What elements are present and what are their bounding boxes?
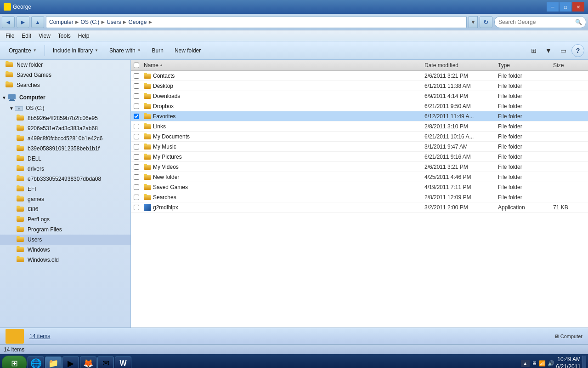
header-name[interactable]: Name ▲ [142,60,423,71]
sidebar-item-folder-0[interactable]: 8b5926e4f2859b7b2fc06e95 [0,113,130,123]
row-checkbox[interactable] [134,205,139,210]
row-checkbox[interactable] [134,134,139,139]
table-row[interactable]: My Music 3/1/2011 9:47 AM File folder [131,142,588,152]
row-checkbox[interactable] [134,83,139,89]
row-checkbox[interactable] [134,104,139,109]
path-george[interactable]: George [128,19,147,25]
table-row[interactable]: Saved Games 4/19/2011 7:11 PM File folde… [131,182,588,192]
sidebar-item-perflogs[interactable]: PerfLogs [0,214,130,224]
path-computer[interactable]: Computer [49,19,74,25]
folder-icon [144,123,151,129]
taskbar-mail[interactable]: ✉ [97,356,114,368]
preview-pane-button[interactable]: ▭ [557,44,570,57]
sidebar-item-games[interactable]: games [0,194,130,204]
view-details-button[interactable]: ⊞ [527,44,540,57]
sidebar-item-newfolder[interactable]: New folder [0,60,130,70]
row-checkbox-col [131,93,142,99]
refresh-button[interactable]: ↻ [480,16,492,28]
address-dropdown[interactable]: ▼ [469,16,478,28]
header-checkbox-col [131,63,142,68]
burn-button[interactable]: Burn [147,43,169,58]
organize-button[interactable]: Organize ▼ [4,43,42,58]
taskbar-firefox[interactable]: 🦊 [80,356,96,368]
maximize-button[interactable]: □ [560,2,571,12]
search-input[interactable] [498,19,573,25]
menu-help[interactable]: Help [74,32,93,40]
sidebar-item-folder-4[interactable]: e7bb33305524938307dbda08 [0,174,130,184]
path-osc[interactable]: OS (C:) [81,19,100,25]
folder-icon [17,165,24,171]
status-count[interactable]: 14 items [29,333,50,339]
search-box[interactable]: 🔍 [494,16,586,28]
table-row[interactable]: My Videos 2/6/2011 3:21 PM File folder [131,162,588,172]
up-button[interactable]: ▲ [31,16,44,28]
taskbar-ie[interactable]: 🌐 [28,356,44,368]
header-type[interactable]: Type [496,60,551,71]
sidebar-item-savedgames[interactable]: Saved Games [0,70,130,80]
row-checkbox[interactable] [134,184,139,190]
folder-icon [17,185,24,191]
row-checkbox[interactable] [134,124,139,129]
toolbar-separator-1 [45,45,45,56]
back-button[interactable]: ◄ [2,16,15,28]
taskbar-explorer[interactable]: 📁 [45,356,62,368]
help-button[interactable]: ? [571,44,584,57]
include-library-button[interactable]: Include in library ▼ [48,43,103,58]
show-desktop-button[interactable] [582,356,586,368]
sidebar-item-searches[interactable]: Searches [0,80,130,90]
row-checkbox[interactable] [134,73,139,79]
table-row[interactable]: Links 2/8/2011 3:10 PM File folder [131,121,588,132]
close-button[interactable]: ✕ [572,2,584,12]
row-checkbox[interactable] [134,114,139,119]
sidebar-item-folder-1[interactable]: 9206a531e7ad3c383a2ab68 [0,123,130,133]
sidebar-item-drivers[interactable]: drivers [0,164,130,174]
new-folder-button[interactable]: New folder [170,43,206,58]
row-checkbox[interactable] [134,144,139,150]
select-all-checkbox[interactable] [134,63,139,68]
path-users[interactable]: Users [107,19,121,25]
minimize-button[interactable]: ─ [547,2,559,12]
header-date[interactable]: Date modified [423,60,496,71]
row-checkbox[interactable] [134,93,139,99]
taskbar-word[interactable]: W [115,356,131,368]
tray-arrow[interactable]: ▲ [521,360,530,367]
view-dropdown-button[interactable]: ▼ [542,44,555,57]
table-row[interactable]: Desktop 6/1/2011 11:38 AM File folder [131,81,588,91]
sidebar-item-folder-2[interactable]: a499c8f0fcbcc452810b1e42c6 [0,133,130,144]
row-checkbox[interactable] [134,164,139,170]
svg-point-5 [18,108,20,109]
menu-view[interactable]: View [35,32,54,40]
sidebar-item-i386[interactable]: I386 [0,204,130,214]
menu-edit[interactable]: Edit [18,32,35,40]
row-checkbox[interactable] [134,195,139,200]
table-row[interactable]: My Documents 6/21/2011 10:16 A... File f… [131,132,588,142]
sidebar-item-computer[interactable]: ▼ Computer [0,92,130,103]
sidebar-item-dell[interactable]: DELL [0,154,130,164]
sidebar-item-programfiles[interactable]: Program Files [0,224,130,235]
sidebar-item-osc[interactable]: ▼ OS (C:) [0,103,130,113]
forward-button[interactable]: ► [17,16,29,28]
row-checkbox[interactable] [134,174,139,180]
sidebar-item-windows[interactable]: Windows [0,245,130,255]
table-row[interactable]: New folder 4/25/2011 4:46 PM File folder [131,172,588,182]
address-path[interactable]: Computer ► OS (C:) ► Users ► George ► [46,16,467,28]
share-with-button[interactable]: Share with ▼ [104,43,146,58]
sidebar-item-folder-3[interactable]: b39e0588910912358beb1b1f [0,144,130,154]
table-row[interactable]: Favorites 6/12/2011 11:49 A... File fold… [131,111,588,121]
menu-file[interactable]: File [2,32,18,40]
sidebar-item-windowsold[interactable]: Windows.old [0,255,130,265]
start-button[interactable]: ⊞ [2,356,27,368]
table-row[interactable]: g2mdlhlpx 3/2/2011 2:00 PM Application 7… [131,202,588,213]
table-row[interactable]: Searches 2/8/2011 12:09 PM File folder [131,192,588,202]
taskbar-mediaplayer[interactable]: ▶ [62,356,79,368]
row-checkbox-col [131,83,142,89]
table-row[interactable]: Dropbox 6/21/2011 9:50 AM File folder [131,101,588,111]
header-size[interactable]: Size [551,60,588,71]
table-row[interactable]: Downloads 6/9/2011 4:14 PM File folder [131,91,588,101]
sidebar-item-users[interactable]: Users [0,235,130,245]
table-row[interactable]: My Pictures 6/21/2011 9:16 AM File folde… [131,152,588,162]
sidebar-item-efi[interactable]: EFI [0,184,130,194]
table-row[interactable]: Contacts 2/6/2011 3:21 PM File folder [131,71,588,81]
row-checkbox[interactable] [134,154,139,160]
menu-tools[interactable]: Tools [54,32,74,40]
